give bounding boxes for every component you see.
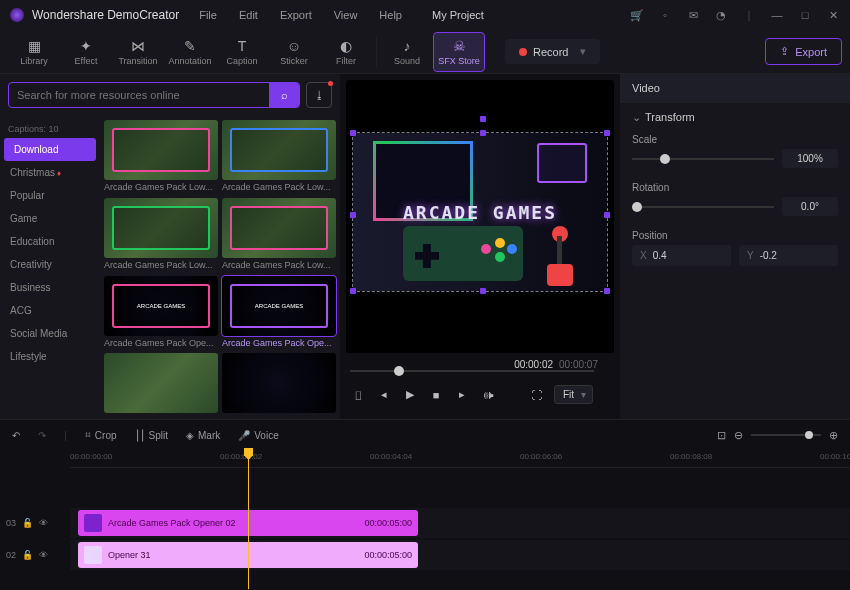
track-lane[interactable]: Opener 3100:00:05:00 xyxy=(70,540,850,570)
rotation-value[interactable]: 0.0° xyxy=(782,197,838,216)
scale-slider[interactable] xyxy=(632,158,774,160)
minimize-icon[interactable]: — xyxy=(770,9,784,21)
lock-icon[interactable]: 🔓 xyxy=(22,518,33,528)
zoom-in-button[interactable]: ⊕ xyxy=(829,429,838,442)
next-button[interactable]: ▸ xyxy=(454,388,470,401)
resize-handle[interactable] xyxy=(350,212,356,218)
search-input[interactable] xyxy=(9,83,269,107)
slider-handle[interactable] xyxy=(805,431,813,439)
resize-handle[interactable] xyxy=(604,212,610,218)
scrub-handle[interactable] xyxy=(394,366,404,376)
cart-icon[interactable]: 🛒 xyxy=(630,9,644,22)
account-icon[interactable]: ◦ xyxy=(658,9,672,21)
close-icon[interactable]: ✕ xyxy=(826,9,840,22)
asset-thumb[interactable]: Arcade Games Pack Low... xyxy=(222,120,336,194)
cat-business[interactable]: Business xyxy=(0,276,100,299)
timeline-ruler[interactable]: 00:00:00:00 00:00:02:02 00:00:04:04 00:0… xyxy=(70,450,850,468)
cat-download[interactable]: Download xyxy=(4,138,96,161)
voice-button[interactable]: 🎤Voice xyxy=(238,430,278,441)
tab-sound[interactable]: ♪Sound xyxy=(381,32,433,72)
hot-icon: ♦ xyxy=(57,169,61,178)
tab-caption[interactable]: TCaption xyxy=(216,32,268,72)
resize-handle[interactable] xyxy=(480,288,486,294)
resize-handle[interactable] xyxy=(350,288,356,294)
cat-game[interactable]: Game xyxy=(0,207,100,230)
rotation-slider[interactable] xyxy=(632,206,774,208)
downloads-button[interactable]: ⭳ xyxy=(306,82,332,108)
crop-button[interactable]: ⌗Crop xyxy=(85,429,117,441)
play-button[interactable]: ▶ xyxy=(402,388,418,401)
chevron-down-icon: ▾ xyxy=(581,389,586,400)
fit-timeline-button[interactable]: ⊡ xyxy=(717,429,726,442)
search-button[interactable]: ⌕ xyxy=(269,83,299,107)
resize-handle[interactable] xyxy=(480,130,486,136)
props-tab-video[interactable]: Video xyxy=(620,74,850,103)
tab-transition[interactable]: ⋈Transition xyxy=(112,32,164,72)
menu-export[interactable]: Export xyxy=(280,9,312,21)
tab-filter[interactable]: ◐Filter xyxy=(320,32,372,72)
asset-thumb[interactable] xyxy=(222,353,336,415)
eye-icon[interactable]: 👁 xyxy=(39,550,48,560)
cat-creativity[interactable]: Creativity xyxy=(0,253,100,276)
asset-thumb[interactable]: Arcade Games Pack Low... xyxy=(104,198,218,272)
track-number: 02 xyxy=(6,550,16,560)
playhead[interactable] xyxy=(248,450,249,589)
tab-annotation[interactable]: ✎Annotation xyxy=(164,32,216,72)
redo-button[interactable]: ↷ xyxy=(38,430,46,441)
record-dot-icon xyxy=(519,48,527,56)
position-y-field[interactable]: Y-0.2 xyxy=(739,245,838,266)
search-icon: ⌕ xyxy=(281,89,288,101)
fullscreen-button[interactable]: ⛶ xyxy=(528,389,544,401)
slider-handle[interactable] xyxy=(660,154,670,164)
mail-icon[interactable]: ✉ xyxy=(686,9,700,22)
preview-scrubber[interactable]: 00:00:02 00:00:07 xyxy=(350,361,594,381)
tab-sfx-store[interactable]: ☠SFX Store xyxy=(433,32,485,72)
menu-edit[interactable]: Edit xyxy=(239,9,258,21)
track-lane[interactable]: Arcade Games Pack Opener 0200:00:05:00 xyxy=(70,508,850,538)
asset-thumb[interactable]: ARCADE GAMESArcade Games Pack Ope... xyxy=(104,276,218,350)
prev-button[interactable]: ◂ xyxy=(376,388,392,401)
cat-education[interactable]: Education xyxy=(0,230,100,253)
export-button[interactable]: ⇪Export xyxy=(765,38,842,65)
lock-icon[interactable]: 🔓 xyxy=(22,550,33,560)
preview-canvas[interactable]: ARCADE GAMES xyxy=(346,80,614,353)
rotate-handle[interactable] xyxy=(480,116,486,122)
menu-help[interactable]: Help xyxy=(379,9,402,21)
mark-button[interactable]: ◈Mark xyxy=(186,430,220,441)
cat-acg[interactable]: ACG xyxy=(0,299,100,322)
cat-social-media[interactable]: Social Media xyxy=(0,322,100,345)
eye-icon[interactable]: 👁 xyxy=(39,518,48,528)
scale-value[interactable]: 100% xyxy=(782,149,838,168)
resize-handle[interactable] xyxy=(604,130,610,136)
menu-view[interactable]: View xyxy=(334,9,358,21)
section-transform[interactable]: ⌄Transform xyxy=(632,111,838,124)
resize-handle[interactable] xyxy=(604,288,610,294)
position-x-field[interactable]: X0.4 xyxy=(632,245,731,266)
asset-thumb[interactable]: ARCADE GAMESArcade Games Pack Ope... xyxy=(222,276,336,350)
cat-christmas[interactable]: Christmas♦ xyxy=(0,161,100,184)
asset-thumb[interactable]: Arcade Games Pack Low... xyxy=(104,120,218,194)
split-button[interactable]: ⎮⎮Split xyxy=(135,430,168,441)
support-icon[interactable]: ◔ xyxy=(714,9,728,22)
snapshot-button[interactable]: ⌷ xyxy=(350,389,366,401)
asset-thumb[interactable]: Arcade Games Pack Low... xyxy=(222,198,336,272)
tab-sticker[interactable]: ☺Sticker xyxy=(268,32,320,72)
zoom-out-button[interactable]: ⊖ xyxy=(734,429,743,442)
zoom-slider[interactable] xyxy=(751,434,821,436)
selection-box[interactable]: ARCADE GAMES xyxy=(352,132,608,292)
menu-file[interactable]: File xyxy=(199,9,217,21)
tab-effect[interactable]: ✦Effect xyxy=(60,32,112,72)
volume-button[interactable]: 🕪 xyxy=(480,389,496,401)
undo-button[interactable]: ↶ xyxy=(12,430,20,441)
fit-select[interactable]: Fit▾ xyxy=(554,385,593,404)
resize-handle[interactable] xyxy=(350,130,356,136)
record-button[interactable]: Record▾ xyxy=(505,39,600,64)
cat-popular[interactable]: Popular xyxy=(0,184,100,207)
slider-handle[interactable] xyxy=(632,202,642,212)
clip-thumb xyxy=(84,546,102,564)
stop-button[interactable]: ■ xyxy=(428,389,444,401)
asset-thumb[interactable] xyxy=(104,353,218,415)
maximize-icon[interactable]: □ xyxy=(798,9,812,21)
cat-lifestyle[interactable]: Lifestyle xyxy=(0,345,100,368)
tab-library[interactable]: ▦Library xyxy=(8,32,60,72)
